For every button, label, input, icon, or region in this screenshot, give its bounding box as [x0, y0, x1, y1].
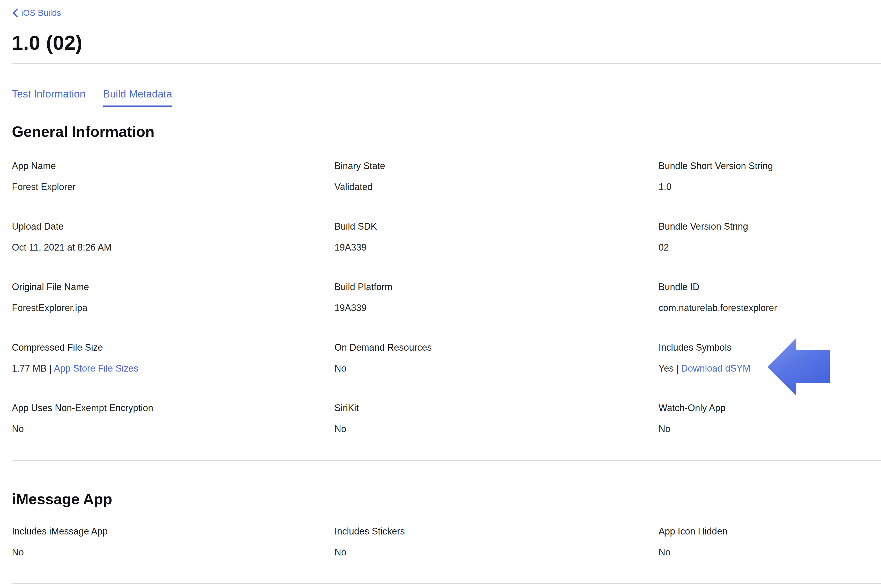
- field-value: No: [335, 546, 659, 558]
- field-value: 1.0: [659, 181, 881, 193]
- field-value: 1.77 MB |App Store File Sizes: [12, 362, 335, 375]
- field-value: Oct 11, 2021 at 8:26 AM: [12, 241, 335, 254]
- field-upload-date: Upload Date Oct 11, 2021 at 8:26 AM: [12, 220, 335, 254]
- bottom-divider: [12, 584, 881, 584]
- download-dsym-link[interactable]: Download dSYM: [681, 363, 750, 374]
- field-label: SiriKit: [335, 402, 659, 414]
- field-build-sdk: Build SDK 19A339: [335, 220, 659, 254]
- field-row: App Uses Non-Exempt Encryption No SiriKi…: [12, 402, 881, 435]
- field-label: Includes Stickers: [335, 525, 659, 538]
- field-value: No: [659, 423, 881, 435]
- field-value: Forest Explorer: [12, 181, 335, 193]
- chevron-left-icon: [12, 8, 18, 18]
- field-bundle-version: Bundle Version String 02: [659, 220, 881, 254]
- field-build-platform: Build Platform 19A339: [335, 281, 659, 314]
- field-app-name: App Name Forest Explorer: [12, 160, 335, 193]
- field-label: Binary State: [335, 160, 659, 172]
- field-label: Bundle Version String: [659, 220, 881, 233]
- field-label: App Uses Non-Exempt Encryption: [12, 402, 335, 414]
- app-store-file-sizes-link[interactable]: App Store File Sizes: [54, 363, 138, 374]
- tab-build-metadata[interactable]: Build Metadata: [103, 88, 172, 107]
- field-bundle-short-version: Bundle Short Version String 1.0: [659, 160, 881, 193]
- page-title: 1.0 (02): [12, 31, 881, 54]
- field-sirikit: SiriKit No: [335, 402, 659, 435]
- field-includes-stickers: Includes Stickers No: [335, 525, 659, 558]
- field-label: Includes iMessage App: [12, 525, 335, 538]
- field-row: Original File Name ForestExplorer.ipa Bu…: [12, 281, 881, 314]
- field-label: On Demand Resources: [335, 341, 659, 354]
- imessage-app-fields: Includes iMessage App No Includes Sticke…: [12, 525, 881, 558]
- field-includes-imessage-app: Includes iMessage App No: [12, 525, 335, 558]
- field-value: 19A339: [335, 241, 659, 254]
- field-includes-symbols: Includes Symbols Yes |Download dSYM: [659, 341, 881, 375]
- field-row: Includes iMessage App No Includes Sticke…: [12, 525, 881, 558]
- breadcrumb-back-link[interactable]: iOS Builds: [12, 7, 61, 19]
- field-label: Watch-Only App: [659, 402, 881, 414]
- general-information-heading: General Information: [12, 123, 881, 140]
- field-label: Bundle ID: [659, 281, 881, 293]
- field-compressed-file-size: Compressed File Size 1.77 MB |App Store …: [12, 341, 335, 375]
- field-binary-state: Binary State Validated: [335, 160, 659, 193]
- section-divider: [12, 460, 881, 461]
- general-information-fields: App Name Forest Explorer Binary State Va…: [12, 160, 881, 435]
- field-label: Includes Symbols: [659, 341, 881, 354]
- field-value: No: [12, 546, 335, 558]
- field-label: Compressed File Size: [12, 341, 335, 354]
- field-value: Validated: [335, 181, 659, 193]
- field-label: Build Platform: [335, 281, 659, 293]
- includes-symbols-text: Yes |: [659, 363, 679, 374]
- field-label: Build SDK: [335, 220, 659, 233]
- field-value: 02: [659, 241, 881, 254]
- field-bundle-id: Bundle ID com.naturelab.forestexplorer: [659, 281, 881, 314]
- field-non-exempt-encryption: App Uses Non-Exempt Encryption No: [12, 402, 335, 435]
- field-app-icon-hidden: App Icon Hidden No: [659, 525, 881, 558]
- field-label: Bundle Short Version String: [659, 160, 881, 172]
- field-label: Upload Date: [12, 220, 335, 233]
- breadcrumb-label: iOS Builds: [21, 7, 61, 19]
- file-size-text: 1.77 MB |: [12, 363, 51, 374]
- field-row: Upload Date Oct 11, 2021 at 8:26 AM Buil…: [12, 220, 881, 254]
- field-value: No: [335, 362, 659, 375]
- field-label: App Name: [12, 160, 335, 172]
- field-watch-only-app: Watch-Only App No: [659, 402, 881, 435]
- field-value: ForestExplorer.ipa: [12, 302, 335, 314]
- field-on-demand-resources: On Demand Resources No: [335, 341, 659, 375]
- field-original-file-name: Original File Name ForestExplorer.ipa: [12, 281, 335, 314]
- field-row: Compressed File Size 1.77 MB |App Store …: [12, 341, 881, 375]
- tab-bar: Test Information Build Metadata: [12, 88, 881, 107]
- field-value: 19A339: [335, 302, 659, 314]
- field-value: No: [659, 546, 881, 558]
- field-value: com.naturelab.forestexplorer: [659, 302, 881, 314]
- tab-test-information[interactable]: Test Information: [12, 88, 86, 107]
- field-label: App Icon Hidden: [659, 525, 881, 538]
- field-value: No: [335, 423, 659, 435]
- build-metadata-page: iOS Builds 1.0 (02) Test Information Bui…: [0, 0, 881, 588]
- field-row: App Name Forest Explorer Binary State Va…: [12, 160, 881, 193]
- field-label: Original File Name: [12, 281, 335, 293]
- field-value: No: [12, 423, 335, 435]
- title-divider: [12, 63, 881, 64]
- imessage-app-heading: iMessage App: [12, 490, 881, 508]
